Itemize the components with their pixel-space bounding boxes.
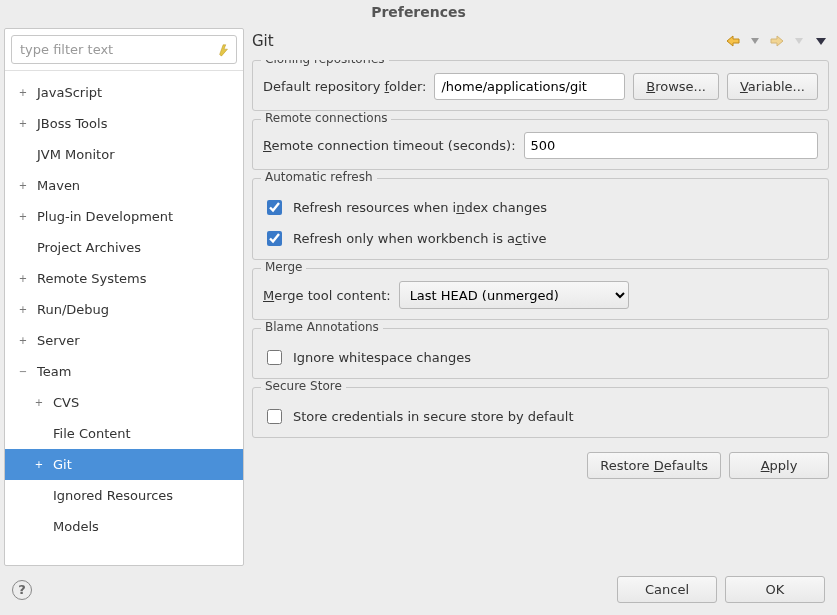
apply-button[interactable]: Apply: [729, 452, 829, 479]
tree-item-label: Models: [53, 519, 243, 534]
tree-item-label: Ignored Resources: [53, 488, 243, 503]
default-folder-label: Default repository folder:: [263, 79, 426, 94]
refresh-active-checkbox[interactable]: [267, 231, 282, 246]
tree-toggle-spacer: [15, 240, 31, 256]
tree-item[interactable]: +Git: [5, 449, 243, 480]
ok-button[interactable]: OK: [725, 576, 825, 603]
group-blame-legend: Blame Annotations: [261, 320, 383, 334]
browse-button[interactable]: Browse...: [633, 73, 719, 100]
content-header: Git: [248, 28, 833, 60]
tree-toggle-spacer: [31, 488, 47, 504]
expand-icon[interactable]: +: [31, 395, 47, 411]
tree-item-label: Remote Systems: [37, 271, 243, 286]
tree-item[interactable]: +Plug-in Development: [5, 201, 243, 232]
tree-item-label: JavaScript: [37, 85, 243, 100]
expand-icon[interactable]: +: [15, 116, 31, 132]
tree-item-label: Server: [37, 333, 243, 348]
sidebar: +JavaScript+JBoss ToolsJVM Monitor+Maven…: [4, 28, 244, 566]
restore-defaults-button[interactable]: Restore Defaults: [587, 452, 721, 479]
ignore-whitespace-label: Ignore whitespace changes: [293, 350, 471, 365]
tree-item[interactable]: +Server: [5, 325, 243, 356]
tree-item[interactable]: +Run/Debug: [5, 294, 243, 325]
back-button[interactable]: [725, 33, 741, 49]
group-remote: Remote connections Remote connection tim…: [252, 119, 829, 170]
group-refresh-legend: Automatic refresh: [261, 170, 377, 184]
dialog-body: +JavaScript+JBoss ToolsJVM Monitor+Maven…: [0, 28, 837, 566]
group-refresh: Automatic refresh Refresh resources when…: [252, 178, 829, 260]
preferences-window: Preferences +JavaScript+JBoss ToolsJVM M…: [0, 0, 837, 615]
tree-toggle-spacer: [31, 519, 47, 535]
tree-item[interactable]: +Remote Systems: [5, 263, 243, 294]
group-clone: Cloning repositories Default repository …: [252, 60, 829, 111]
refresh-active-label: Refresh only when workbench is active: [293, 231, 547, 246]
tree-item[interactable]: Models: [5, 511, 243, 542]
tree-item[interactable]: +CVS: [5, 387, 243, 418]
help-icon[interactable]: ?: [12, 580, 32, 600]
tree-item-label: Git: [53, 457, 243, 472]
remote-timeout-input[interactable]: [524, 132, 818, 159]
tree-item[interactable]: −Team: [5, 356, 243, 387]
tree-item[interactable]: +JBoss Tools: [5, 108, 243, 139]
expand-icon[interactable]: +: [15, 333, 31, 349]
cancel-button[interactable]: Cancel: [617, 576, 717, 603]
expand-icon[interactable]: +: [15, 209, 31, 225]
remote-timeout-label: Remote connection timeout (seconds):: [263, 138, 516, 153]
group-merge-legend: Merge: [261, 260, 306, 274]
collapse-icon[interactable]: −: [15, 364, 31, 380]
tree-item-label: Team: [37, 364, 243, 379]
group-remote-legend: Remote connections: [261, 111, 391, 125]
expand-icon[interactable]: +: [15, 178, 31, 194]
page-title: Git: [252, 32, 725, 50]
nav-arrows: [725, 33, 829, 49]
filter-wrap: [5, 29, 243, 71]
variable-button[interactable]: Variable...: [727, 73, 818, 100]
content-pane: Git: [248, 28, 833, 566]
tree-item[interactable]: +JavaScript: [5, 77, 243, 108]
tree-toggle-spacer: [31, 426, 47, 442]
window-title: Preferences: [0, 0, 837, 28]
expand-icon[interactable]: +: [15, 302, 31, 318]
group-clone-legend: Cloning repositories: [261, 60, 389, 66]
tree-item-label: Project Archives: [37, 240, 243, 255]
tree-item-label: Maven: [37, 178, 243, 193]
group-merge: Merge Merge tool content: Last HEAD (unm…: [252, 268, 829, 320]
tree-item[interactable]: Project Archives: [5, 232, 243, 263]
preferences-tree[interactable]: +JavaScript+JBoss ToolsJVM Monitor+Maven…: [5, 71, 243, 565]
forward-menu-icon[interactable]: [791, 33, 807, 49]
filter-input[interactable]: [11, 35, 237, 64]
tree-toggle-spacer: [15, 147, 31, 163]
tree-item-label: Plug-in Development: [37, 209, 243, 224]
refresh-index-label: Refresh resources when index changes: [293, 200, 547, 215]
tree-item[interactable]: +Maven: [5, 170, 243, 201]
tree-item-label: JBoss Tools: [37, 116, 243, 131]
forward-button[interactable]: [769, 33, 785, 49]
merge-tool-label: Merge tool content:: [263, 288, 391, 303]
secure-store-label: Store credentials in secure store by def…: [293, 409, 574, 424]
group-blame: Blame Annotations Ignore whitespace chan…: [252, 328, 829, 379]
tree-item-label: Run/Debug: [37, 302, 243, 317]
back-menu-icon[interactable]: [747, 33, 763, 49]
expand-icon[interactable]: +: [15, 271, 31, 287]
view-menu-icon[interactable]: [813, 33, 829, 49]
group-secure-legend: Secure Store: [261, 379, 346, 393]
merge-tool-combo[interactable]: Last HEAD (unmerged): [399, 281, 629, 309]
tree-item[interactable]: JVM Monitor: [5, 139, 243, 170]
tree-item-label: File Content: [53, 426, 243, 441]
refresh-index-checkbox[interactable]: [267, 200, 282, 215]
page-button-bar: Restore Defaults Apply: [248, 446, 833, 481]
tree-item-label: CVS: [53, 395, 243, 410]
dialog-footer: ? Cancel OK: [0, 566, 837, 615]
tree-item[interactable]: File Content: [5, 418, 243, 449]
ignore-whitespace-checkbox[interactable]: [267, 350, 282, 365]
default-folder-input[interactable]: [434, 73, 625, 100]
tree-item[interactable]: Ignored Resources: [5, 480, 243, 511]
tree-item-label: JVM Monitor: [37, 147, 243, 162]
secure-store-checkbox[interactable]: [267, 409, 282, 424]
expand-icon[interactable]: +: [15, 85, 31, 101]
expand-icon[interactable]: +: [31, 457, 47, 473]
group-secure: Secure Store Store credentials in secure…: [252, 387, 829, 438]
content-scroll: Cloning repositories Default repository …: [248, 60, 833, 566]
